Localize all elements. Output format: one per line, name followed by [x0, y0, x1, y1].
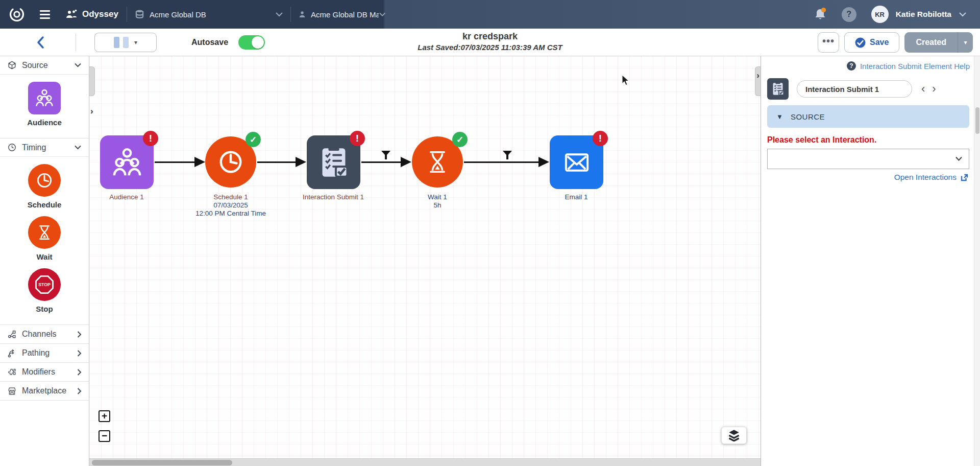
section-header-source[interactable]: Source — [0, 56, 89, 75]
error-badge: ! — [350, 131, 365, 146]
section-header-channels[interactable]: Channels — [0, 325, 89, 343]
element-name-row: ‹ › — [767, 78, 936, 100]
divider — [834, 7, 835, 22]
zoom-in-button[interactable]: + — [99, 410, 110, 422]
person-icon — [298, 9, 306, 19]
database-name: Acme Global DB — [150, 10, 206, 19]
element-help-link[interactable]: ? Interaction Submit Element Help — [847, 61, 970, 71]
stop-sign-icon: STOP — [33, 273, 56, 296]
audience-icon — [109, 144, 145, 181]
filter-icon[interactable] — [503, 151, 512, 159]
check-circle-icon — [855, 37, 866, 48]
interaction-submit-icon — [317, 144, 351, 181]
database-selector[interactable]: Acme Global DB — [127, 9, 290, 20]
palette-section-source: Source — [0, 56, 89, 138]
caret-down-icon: ▼ — [776, 113, 783, 121]
node-sublabel: 12:00 PM Central Time — [169, 209, 292, 218]
chevron-down-icon — [379, 12, 386, 17]
section-header-marketplace[interactable]: Marketplace — [0, 382, 89, 400]
product-switcher[interactable]: Odyssey — [65, 9, 118, 19]
open-interactions-link[interactable]: Open Interactions — [894, 173, 969, 182]
validation-message: Please select an Interaction. — [767, 135, 876, 145]
palette-section-timing: Timing Schedule — [0, 138, 89, 325]
chevron-right-icon — [77, 350, 82, 357]
hamburger-menu-icon[interactable] — [40, 10, 50, 19]
odyssey-app: Odyssey Acme Global DB Acme Global DB Ma… — [0, 0, 980, 466]
people-icon — [65, 9, 78, 19]
node-schedule-1[interactable]: ✓ — [205, 136, 256, 188]
palette-tile-wait[interactable]: Wait — [0, 216, 89, 261]
navbar-right-cluster: ? KR Katie Robilotta — [814, 6, 980, 23]
node-wait-1[interactable]: ✓ — [412, 136, 463, 188]
source-section-header[interactable]: ▼ SOURCE — [767, 105, 969, 128]
zoom-out-button[interactable]: − — [99, 430, 110, 442]
panel-collapse-chevron-icon[interactable]: › — [756, 71, 760, 81]
autosave-toggle[interactable] — [238, 35, 265, 50]
svg-text:STOP: STOP — [38, 282, 51, 287]
more-actions-button[interactable]: ••• — [818, 32, 839, 53]
layers-icon — [727, 429, 741, 441]
chevron-down-icon — [275, 12, 283, 17]
edge-audience-schedule — [155, 161, 194, 163]
next-element-chevron-icon[interactable]: › — [932, 84, 936, 94]
palette-section-channels: Channels — [0, 325, 89, 344]
journey-canvas[interactable]: › › — [89, 56, 761, 466]
node-sublabel: 07/03/2025 — [169, 201, 292, 209]
element-name-input[interactable] — [797, 80, 912, 98]
section-header-timing[interactable]: Timing — [0, 138, 89, 157]
autosave-label: Autosave — [191, 38, 228, 47]
top-navbar: Odyssey Acme Global DB Acme Global DB Ma… — [0, 0, 980, 29]
node-label: Email 1 — [515, 193, 638, 201]
status-badge[interactable]: Created — [904, 32, 958, 53]
chevron-right-icon — [77, 368, 82, 376]
node-interaction-submit-1[interactable]: ! — [307, 135, 360, 189]
chevron-down-icon: ▾ — [134, 39, 137, 46]
palette-tile-stop[interactable]: STOP Stop — [0, 268, 89, 313]
chevron-down-icon — [74, 145, 82, 150]
save-button[interactable]: Save — [844, 32, 899, 53]
mapping-name: Acme Global DB Ma... — [311, 10, 379, 19]
filter-icon[interactable] — [381, 151, 390, 159]
interaction-select[interactable] — [767, 149, 969, 169]
panel-scrollbar[interactable] — [974, 56, 980, 466]
notifications-bell-icon[interactable] — [814, 7, 827, 21]
hourglass-icon — [422, 147, 453, 177]
edge-wait-email — [464, 161, 538, 163]
node-email-1[interactable]: ! — [550, 135, 603, 189]
palette-tile-audience[interactable]: Audience — [0, 82, 89, 127]
previous-element-chevron-icon[interactable]: ‹ — [921, 84, 925, 94]
columns-icon — [114, 37, 119, 48]
error-badge: ! — [143, 131, 158, 146]
view-options-button[interactable]: ▾ — [94, 33, 157, 52]
help-icon[interactable]: ? — [842, 7, 856, 22]
error-badge: ! — [593, 131, 608, 146]
mapping-selector[interactable]: Acme Global DB Ma... — [291, 9, 393, 19]
schedule-clock-icon — [214, 146, 247, 178]
audience-icon — [33, 87, 56, 109]
status-dropdown-caret[interactable]: ▾ — [958, 32, 973, 53]
panel-scrollbar-thumb[interactable] — [975, 107, 979, 134]
chevron-right-icon — [77, 387, 82, 395]
node-label: Wait 1 — [376, 193, 499, 201]
palette-section-modifiers: Modifiers — [0, 363, 89, 382]
user-avatar[interactable]: KR — [871, 6, 889, 23]
node-audience-1[interactable]: ! — [100, 135, 154, 189]
scrollbar-thumb[interactable] — [92, 460, 232, 465]
palette-tile-schedule[interactable]: Schedule — [0, 164, 89, 209]
page-title: kr credspark — [418, 31, 562, 42]
success-badge: ✓ — [246, 132, 261, 147]
status-split-button[interactable]: Created ▾ — [904, 32, 973, 53]
sidebar-collapse-chevron-icon[interactable]: › — [90, 106, 93, 116]
section-header-modifiers[interactable]: Modifiers — [0, 363, 89, 381]
user-menu-chevron-icon[interactable] — [959, 12, 967, 17]
divider — [864, 7, 864, 22]
acoustic-logo-icon[interactable] — [8, 6, 26, 23]
layers-button[interactable] — [721, 427, 747, 444]
user-name: Katie Robilotta — [896, 10, 951, 19]
section-header-pathing[interactable]: Pathing — [0, 344, 89, 362]
back-button[interactable] — [36, 35, 46, 50]
hourglass-icon — [34, 222, 55, 243]
sidebar-collapse-handle[interactable] — [89, 66, 95, 96]
horizontal-scrollbar[interactable] — [89, 458, 761, 466]
node-sublabel: 5h — [376, 201, 499, 209]
